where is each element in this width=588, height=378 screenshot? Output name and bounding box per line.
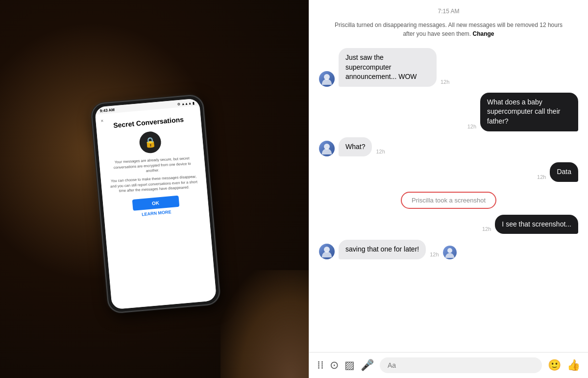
photo-icon[interactable]: ▨ (344, 359, 355, 372)
phone-screen: 9:43 AM ⊙ ▲▲▲ ▮ × Secret Conversations 🔒… (95, 98, 217, 309)
screenshot-box: Priscilla took a screenshot (401, 192, 496, 209)
thumbs-up-icon[interactable]: 👍 (567, 359, 580, 372)
chat-area: 7:15 AM Priscilla turned on disappearing… (309, 0, 588, 352)
avatar-image (319, 244, 335, 259)
incoming-bubble: What? (339, 137, 372, 157)
outgoing-bubble: Data (550, 162, 578, 182)
ok-button[interactable]: OK (132, 195, 179, 210)
message-text: saving that one for later! (345, 245, 419, 253)
status-icons: ⊙ ▲▲▲ ▮ (177, 101, 195, 106)
message-row: Data 12h (319, 162, 578, 182)
message-time: 12h (482, 226, 491, 232)
modal-title: Secret Conversations (113, 115, 184, 130)
mic-icon[interactable]: 🎤 (361, 359, 374, 372)
chat-toolbar: ⁞⁞ ⊙ ▨ 🎤 🙂 👍 (309, 352, 588, 378)
message-text: What does a baby supercomputer call thei… (487, 98, 560, 125)
avatar-image (319, 71, 335, 87)
close-icon[interactable]: × (100, 118, 104, 123)
battery-icon: ▮ (193, 101, 195, 104)
disappearing-notice: Priscilla turned on disappearing message… (319, 21, 578, 38)
message-time: 12h (537, 174, 546, 180)
screenshot-text: Priscilla took a screenshot (412, 197, 486, 204)
message-time: 12h (441, 79, 449, 85)
message-time: 12h (430, 252, 439, 257)
avatar (319, 244, 335, 259)
message-text: I see that screenshot... (502, 220, 571, 228)
outgoing-bubble: I see that screenshot... (495, 215, 578, 234)
incoming-bubble: Just saw the supercomputer announcement.… (339, 48, 437, 87)
avatar (319, 141, 335, 156)
message-row: saving that one for later! 12h (319, 240, 578, 259)
incoming-bubble: saving that one for later! (339, 240, 426, 259)
change-link[interactable]: Change (473, 30, 494, 37)
modal-body-1: Your messages are already secure, but se… (106, 155, 198, 176)
hand-overlay (220, 270, 309, 378)
camera-icon[interactable]: ⊙ (330, 359, 339, 372)
message-row: What? 12h (319, 137, 578, 157)
message-time: 12h (467, 124, 476, 129)
small-avatar (443, 246, 457, 259)
modal-content: × Secret Conversations 🔒 Your messages a… (95, 105, 217, 309)
chat-time-header: 7:15 AM (319, 8, 578, 15)
left-panel: 9:43 AM ⊙ ▲▲▲ ▮ × Secret Conversations 🔒… (0, 0, 309, 378)
status-time: 9:43 AM (99, 107, 115, 113)
learn-more-button[interactable]: LEARN MORE (142, 209, 172, 217)
message-time: 12h (376, 149, 385, 154)
emoji-icon[interactable]: 🙂 (548, 359, 561, 372)
modal-body-2: You can choose to make these messages di… (108, 174, 199, 194)
avatar-image (319, 141, 335, 156)
message-text: What? (345, 143, 365, 151)
message-text: Data (557, 168, 571, 176)
avatar (319, 71, 335, 87)
message-row: What does a baby supercomputer call thei… (319, 93, 578, 131)
grid-icon[interactable]: ⁞⁞ (317, 359, 324, 372)
message-row: I see that screenshot... 12h (319, 215, 578, 234)
screenshot-notice: Priscilla took a screenshot (319, 192, 578, 209)
disappearing-notice-text: Priscilla turned on disappearing message… (335, 22, 563, 37)
wifi-icon: ⊙ (177, 102, 181, 106)
message-row: Just saw the supercomputer announcement.… (319, 48, 578, 87)
lock-icon: 🔒 (139, 130, 162, 154)
right-panel: 7:15 AM Priscilla turned on disappearing… (309, 0, 588, 378)
phone-shell: 9:43 AM ⊙ ▲▲▲ ▮ × Secret Conversations 🔒… (90, 94, 221, 313)
outgoing-bubble: What does a baby supercomputer call thei… (480, 93, 578, 131)
message-input[interactable] (380, 357, 542, 373)
message-text: Just saw the supercomputer announcement.… (345, 53, 417, 80)
signal-icon: ▲▲▲ (181, 101, 192, 105)
